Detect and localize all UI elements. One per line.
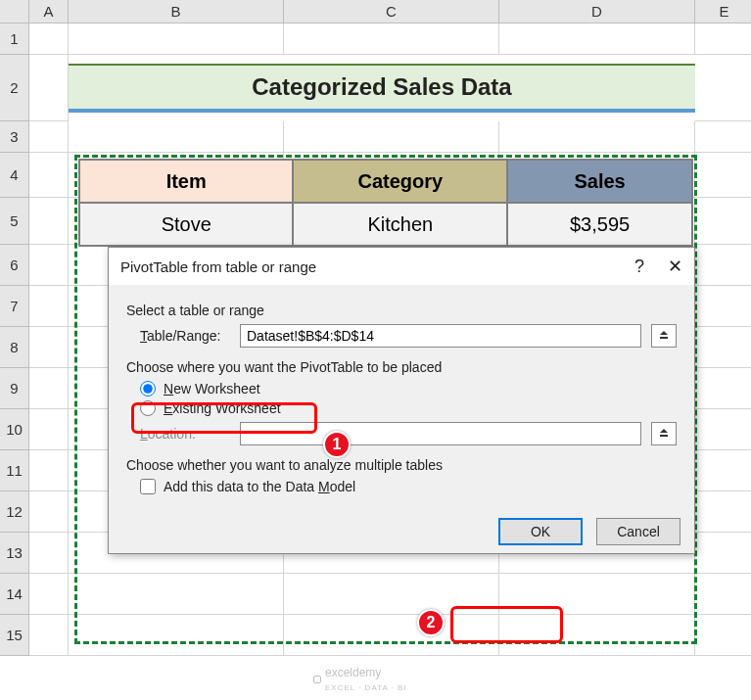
sales-table: Item Category Sales Stove Kitchen $3,595 bbox=[78, 159, 693, 247]
row-header-4[interactable]: 4 bbox=[0, 153, 29, 198]
section-placement: Choose where you want the PivotTable to … bbox=[126, 359, 677, 375]
row-header-7[interactable]: 7 bbox=[0, 286, 29, 327]
range-picker-button[interactable] bbox=[651, 324, 677, 348]
row-header-8[interactable]: 8 bbox=[0, 327, 29, 368]
table-row: Stove Kitchen $3,595 bbox=[79, 203, 692, 246]
watermark-brand: exceldemy bbox=[325, 666, 381, 679]
header-item: Item bbox=[79, 160, 293, 203]
header-sales: Sales bbox=[507, 160, 692, 203]
watermark-icon bbox=[313, 676, 321, 683]
help-icon[interactable]: ? bbox=[634, 257, 644, 277]
row-header-10[interactable]: 10 bbox=[0, 409, 29, 450]
cancel-button[interactable]: Cancel bbox=[596, 518, 681, 545]
row-header-6[interactable]: 6 bbox=[0, 245, 29, 286]
row-header-2[interactable]: 2 bbox=[0, 55, 29, 121]
checkbox-data-model[interactable] bbox=[140, 479, 156, 494]
col-header-A[interactable]: A bbox=[29, 0, 69, 23]
cell-sales[interactable]: $3,595 bbox=[507, 203, 692, 246]
label-location: Location: bbox=[140, 426, 230, 442]
label-new-worksheet: New Worksheet bbox=[164, 381, 260, 397]
row-header-12[interactable]: 12 bbox=[0, 491, 29, 533]
dialog-titlebar: PivotTable from table or range ? ✕ bbox=[109, 248, 694, 285]
location-input[interactable] bbox=[240, 422, 641, 445]
select-all-corner[interactable] bbox=[0, 0, 29, 23]
label-data-model: Add this data to the Data Model bbox=[164, 479, 355, 494]
col-header-C[interactable]: C bbox=[284, 0, 499, 23]
row-header-13[interactable]: 13 bbox=[0, 533, 29, 574]
collapse-icon bbox=[658, 330, 670, 342]
cell-item[interactable]: Stove bbox=[79, 203, 293, 246]
header-category: Category bbox=[293, 160, 507, 203]
row-header-14[interactable]: 14 bbox=[0, 574, 29, 615]
col-header-B[interactable]: B bbox=[69, 0, 284, 23]
row-header-1[interactable]: 1 bbox=[0, 23, 29, 55]
row-header-9[interactable]: 9 bbox=[0, 368, 29, 409]
cell-category[interactable]: Kitchen bbox=[293, 203, 507, 246]
label-tablerange: Table/Range: bbox=[140, 328, 230, 344]
worksheet-title: Categorized Sales Data bbox=[69, 64, 695, 113]
pivottable-dialog: PivotTable from table or range ? ✕ Selec… bbox=[108, 247, 695, 554]
radio-existing-worksheet[interactable] bbox=[140, 400, 156, 416]
watermark-tagline: EXCEL · DATA · BI bbox=[325, 683, 407, 692]
col-header-E[interactable]: E bbox=[695, 0, 751, 23]
row-header-11[interactable]: 11 bbox=[0, 450, 29, 491]
row-header-15[interactable]: 15 bbox=[0, 615, 29, 656]
row-header-5[interactable]: 5 bbox=[0, 198, 29, 245]
row-header-3[interactable]: 3 bbox=[0, 121, 29, 153]
worksheet-title-cell: Categorized Sales Data bbox=[69, 55, 695, 121]
section-select-range: Select a table or range bbox=[126, 303, 677, 318]
annotation-bubble-1: 1 bbox=[323, 431, 351, 458]
tablerange-input[interactable] bbox=[240, 324, 641, 348]
location-picker-button[interactable] bbox=[651, 422, 677, 445]
col-header-D[interactable]: D bbox=[499, 0, 695, 23]
dialog-title: PivotTable from table or range bbox=[120, 258, 316, 275]
section-multiple-tables: Choose whether you want to analyze multi… bbox=[126, 457, 677, 473]
watermark: exceldemy EXCEL · DATA · BI bbox=[313, 666, 407, 693]
label-existing-worksheet: Existing Worksheet bbox=[164, 400, 281, 416]
close-icon[interactable]: ✕ bbox=[668, 256, 682, 277]
annotation-bubble-2: 2 bbox=[417, 609, 445, 636]
ok-button[interactable]: OK bbox=[498, 518, 583, 545]
collapse-icon bbox=[658, 428, 670, 440]
radio-new-worksheet[interactable] bbox=[140, 381, 156, 397]
